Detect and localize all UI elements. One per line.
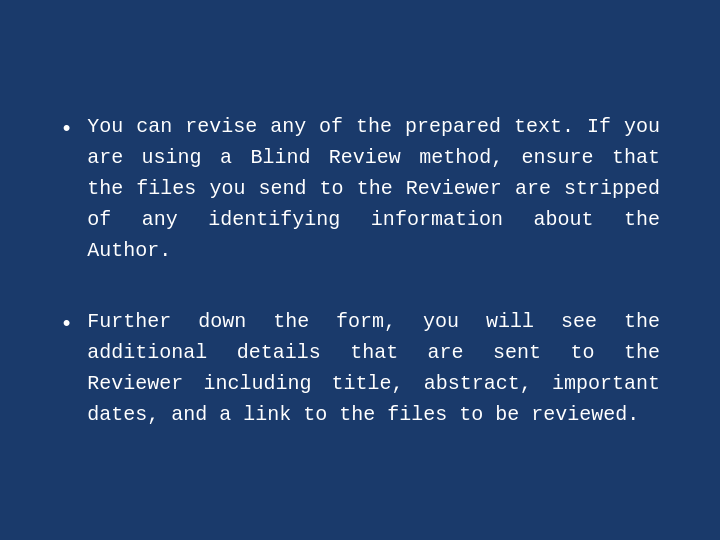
bullet-item-1: • You can revise any of the prepared tex… bbox=[60, 111, 660, 266]
bullet-text-2: Further down the form, you will see the … bbox=[87, 306, 660, 430]
bullet-dot-2: • bbox=[60, 308, 73, 341]
content-area: • You can revise any of the prepared tex… bbox=[20, 81, 700, 460]
bullet-text-1: You can revise any of the prepared text.… bbox=[87, 111, 660, 266]
bullet-dot-1: • bbox=[60, 113, 73, 146]
bullet-item-2: • Further down the form, you will see th… bbox=[60, 306, 660, 430]
